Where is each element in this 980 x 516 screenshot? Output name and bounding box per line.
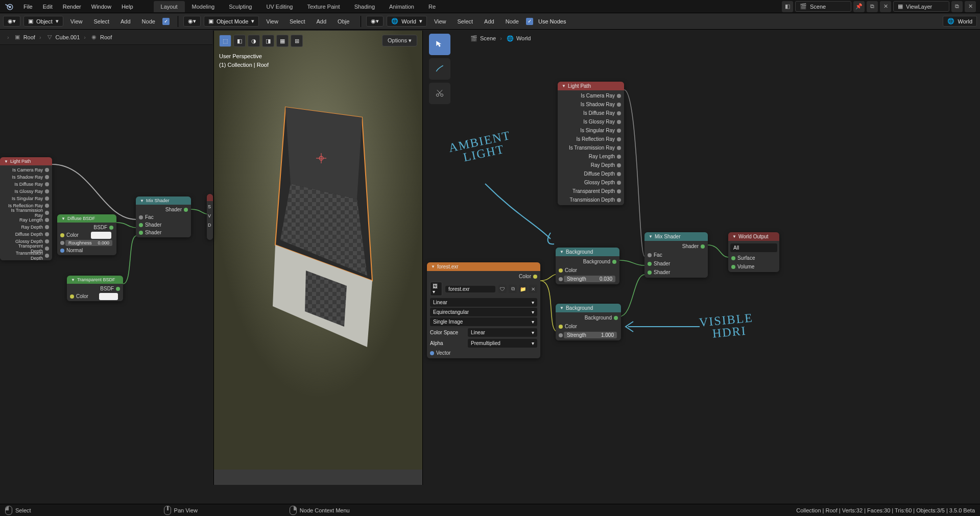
center-mode-dropdown[interactable]: ▣ Object Mode ▾: [204, 16, 259, 27]
node-material-output-clipped[interactable]: S V D: [207, 194, 213, 240]
annotate-tool[interactable]: [429, 58, 450, 80]
strength-field[interactable]: Strength1.000: [564, 332, 617, 338]
tab-modeling[interactable]: Modeling: [185, 1, 222, 12]
tab-uv-editing[interactable]: UV Editing: [259, 1, 300, 12]
color-swatch[interactable]: [91, 232, 111, 239]
links-cut-tool[interactable]: [429, 83, 450, 104]
blender-logo-icon[interactable]: [4, 2, 14, 12]
select-invert-icon[interactable]: ⊞: [291, 35, 303, 47]
tab-rendering[interactable]: Re: [421, 1, 443, 12]
tab-sculpting[interactable]: Sculpting: [222, 1, 259, 12]
node-background-1[interactable]: ▼Background Background Color Strength0.0…: [556, 248, 619, 284]
roughness-field[interactable]: Roughness0.000: [65, 240, 112, 246]
left-node-editor[interactable]: ▼Light Path Is Camera Ray Is Shadow Ray …: [0, 46, 212, 485]
strength-field[interactable]: Strength0.030: [564, 276, 615, 282]
target-select[interactable]: All: [730, 243, 777, 252]
select-lasso-icon[interactable]: ◨: [262, 35, 274, 47]
node-mix-shader-left[interactable]: ▼Mix Shader Shader Fac Shader Shader: [136, 196, 191, 237]
menu-file[interactable]: File: [18, 2, 38, 12]
open-image-icon[interactable]: 📁: [519, 285, 527, 293]
viewport-render[interactable]: ⬚ ◧ ◑ ◨ ▦ ⊞ Options ▾ User Perspective (…: [214, 31, 422, 470]
left-menu-add[interactable]: Add: [116, 16, 135, 27]
node-light-path-left[interactable]: ▼Light Path Is Camera Ray Is Shadow Ray …: [0, 157, 52, 260]
unlink-image-icon[interactable]: ✕: [529, 285, 537, 293]
projection-select[interactable]: Equirectangular▾: [430, 308, 537, 316]
source-select[interactable]: Single Image▾: [430, 317, 537, 326]
copy-scene-icon[interactable]: ⧉: [867, 1, 878, 12]
node-header[interactable]: ▼Transparent BSDF: [67, 276, 123, 284]
node-transparent-bsdf[interactable]: ▼Transparent BSDF BSDF Color: [67, 276, 123, 301]
crumb-roof[interactable]: Roof: [23, 34, 35, 40]
scene-field[interactable]: 🎬Scene: [795, 1, 851, 12]
left-menu-select[interactable]: Select: [89, 16, 113, 27]
color-swatch[interactable]: [99, 293, 118, 300]
viewlayer-field[interactable]: ▦ViewLayer: [893, 1, 949, 12]
pin-icon[interactable]: 📌: [853, 1, 865, 12]
node-header[interactable]: ▼Diffuse BSDF: [57, 214, 116, 223]
node-world-output[interactable]: ▼World Output All Surface Volume: [728, 232, 779, 272]
node-header[interactable]: ▼Light Path: [558, 82, 624, 90]
node-environment-texture[interactable]: ▼forest.exr Color 🖼▾ forest.exr 🛡 ⧉ 📁 ✕ …: [427, 262, 540, 358]
select-circle-icon[interactable]: ◑: [248, 35, 260, 47]
editor-type-icon[interactable]: ◧: [782, 1, 793, 12]
select-tool[interactable]: [429, 34, 450, 55]
center-menu-object[interactable]: Obje: [333, 16, 353, 27]
crumb-world[interactable]: World: [516, 35, 531, 41]
center-menu-select[interactable]: Select: [285, 16, 309, 27]
menu-window[interactable]: Window: [86, 2, 116, 12]
center-editor-type-dropdown[interactable]: ◉▾: [183, 16, 201, 27]
node-header[interactable]: ▼Background: [556, 248, 619, 256]
node-mix-shader[interactable]: ▼Mix Shader Shader Fac Shader Shader: [644, 232, 708, 278]
node-header[interactable]: ▼World Output: [728, 232, 779, 241]
alpha-select[interactable]: Premultiplied▾: [468, 339, 537, 348]
select-box-icon[interactable]: ◧: [233, 35, 246, 47]
tab-layout[interactable]: Layout: [154, 1, 185, 12]
right-menu-node[interactable]: Node: [501, 16, 523, 27]
right-menu-add[interactable]: Add: [480, 16, 498, 27]
tab-texture-paint[interactable]: Texture Paint: [300, 1, 347, 12]
right-editor-type-dropdown[interactable]: ◉▾: [366, 16, 384, 27]
image-filename[interactable]: forest.exr: [448, 286, 470, 292]
options-dropdown[interactable]: Options ▾: [382, 35, 417, 46]
right-node-editor[interactable]: 🎬 Scene › 🌐 World AMBIENT LIGHT VISIBLE …: [424, 31, 980, 485]
menu-help[interactable]: Help: [116, 2, 138, 12]
left-shader-type-dropdown[interactable]: ▣ Object ▾: [23, 16, 63, 27]
center-menu-add[interactable]: Add: [313, 16, 331, 27]
crumb-scene[interactable]: Scene: [480, 35, 496, 41]
duplicate-image-icon[interactable]: ⧉: [509, 285, 517, 293]
image-browse-icon[interactable]: 🖼▾: [430, 282, 442, 296]
node-header[interactable]: ▼Background: [556, 304, 621, 312]
right-menu-select[interactable]: Select: [453, 16, 477, 27]
left-menu-view[interactable]: View: [66, 16, 87, 27]
left-menu-node[interactable]: Node: [138, 16, 159, 27]
node-background-2[interactable]: ▼Background Background Color Strength1.0…: [556, 304, 621, 340]
menu-render[interactable]: Render: [58, 2, 86, 12]
node-header[interactable]: ▼Mix Shader: [136, 196, 191, 205]
world-slot-dropdown[interactable]: 🌐 World: [943, 16, 977, 27]
delete-scene-icon[interactable]: ✕: [880, 1, 891, 12]
tab-animation[interactable]: Animation: [382, 1, 421, 12]
select-extend-icon[interactable]: ▦: [276, 35, 289, 47]
copy-layer-icon[interactable]: ⧉: [951, 1, 963, 12]
tab-shading[interactable]: Shading: [347, 1, 382, 12]
center-menu-view[interactable]: View: [262, 16, 282, 27]
left-use-nodes-checkbox[interactable]: [162, 18, 170, 25]
interpolation-select[interactable]: Linear▾: [430, 298, 537, 307]
right-shader-type-dropdown[interactable]: 🌐 World ▾: [387, 16, 427, 27]
colorspace-select[interactable]: Linear▾: [468, 328, 537, 337]
node-light-path[interactable]: ▼Light Path Is Camera Ray Is Shadow Ray …: [558, 82, 624, 205]
menu-edit[interactable]: Edit: [38, 2, 58, 12]
delete-layer-icon[interactable]: ✕: [965, 1, 976, 12]
node-header[interactable]: ▼Light Path: [0, 157, 52, 165]
right-menu-view[interactable]: View: [430, 16, 450, 27]
cursor-tool-icon[interactable]: ⬚: [219, 35, 231, 47]
node-header[interactable]: ▼Mix Shader: [644, 232, 708, 241]
left-editor-type-dropdown[interactable]: ◉▾: [3, 16, 20, 27]
viewport-3d[interactable]: ⬚ ◧ ◑ ◨ ▦ ⊞ Options ▾ User Perspective (…: [213, 31, 423, 485]
crumb-material-roof[interactable]: Roof: [100, 34, 112, 40]
crumb-cube001[interactable]: Cube.001: [56, 34, 80, 40]
node-header[interactable]: ▼forest.exr: [427, 262, 540, 271]
node-diffuse-bsdf[interactable]: ▼Diffuse BSDF BSDF Color Roughness0.000 …: [57, 214, 116, 255]
right-use-nodes-checkbox[interactable]: [526, 18, 533, 25]
fake-user-icon[interactable]: 🛡: [498, 285, 507, 293]
